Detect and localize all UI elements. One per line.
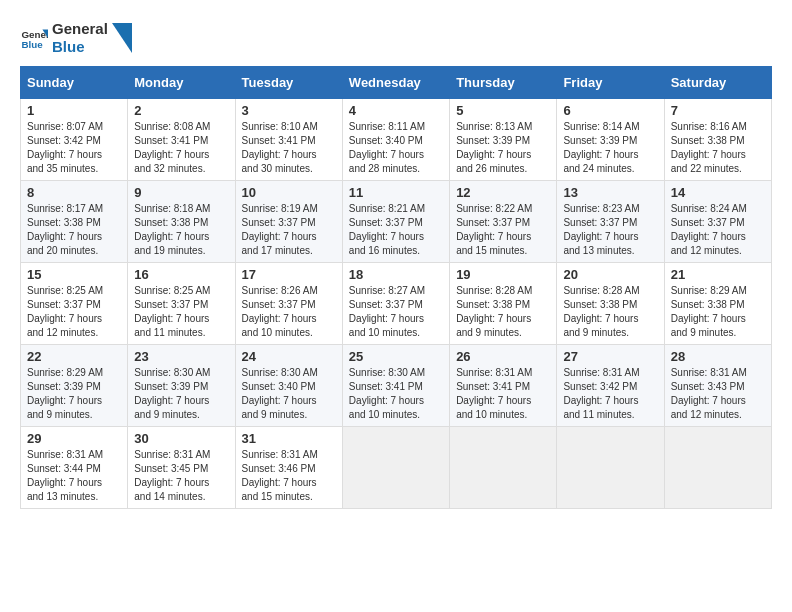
header-day-thursday: Thursday — [450, 67, 557, 99]
day-info: Sunrise: 8:25 AM Sunset: 3:37 PM Dayligh… — [134, 284, 228, 340]
day-number: 27 — [563, 349, 657, 364]
header-day-wednesday: Wednesday — [342, 67, 449, 99]
header-day-sunday: Sunday — [21, 67, 128, 99]
day-number: 26 — [456, 349, 550, 364]
logo-arrow-icon — [112, 23, 132, 53]
day-cell: 7 Sunrise: 8:16 AM Sunset: 3:38 PM Dayli… — [664, 99, 771, 181]
day-info: Sunrise: 8:30 AM Sunset: 3:41 PM Dayligh… — [349, 366, 443, 422]
day-cell: 30 Sunrise: 8:31 AM Sunset: 3:45 PM Dayl… — [128, 427, 235, 509]
day-info: Sunrise: 8:13 AM Sunset: 3:39 PM Dayligh… — [456, 120, 550, 176]
day-number: 21 — [671, 267, 765, 282]
day-info: Sunrise: 8:30 AM Sunset: 3:40 PM Dayligh… — [242, 366, 336, 422]
logo-icon: General Blue — [20, 24, 48, 52]
day-info: Sunrise: 8:31 AM Sunset: 3:41 PM Dayligh… — [456, 366, 550, 422]
day-cell: 11 Sunrise: 8:21 AM Sunset: 3:37 PM Dayl… — [342, 181, 449, 263]
day-cell: 2 Sunrise: 8:08 AM Sunset: 3:41 PM Dayli… — [128, 99, 235, 181]
day-cell — [664, 427, 771, 509]
day-number: 30 — [134, 431, 228, 446]
day-number: 2 — [134, 103, 228, 118]
day-number: 19 — [456, 267, 550, 282]
day-cell: 20 Sunrise: 8:28 AM Sunset: 3:38 PM Dayl… — [557, 263, 664, 345]
day-info: Sunrise: 8:14 AM Sunset: 3:39 PM Dayligh… — [563, 120, 657, 176]
day-info: Sunrise: 8:07 AM Sunset: 3:42 PM Dayligh… — [27, 120, 121, 176]
header-day-tuesday: Tuesday — [235, 67, 342, 99]
day-info: Sunrise: 8:17 AM Sunset: 3:38 PM Dayligh… — [27, 202, 121, 258]
logo-general: General — [52, 20, 108, 38]
day-cell — [557, 427, 664, 509]
day-number: 11 — [349, 185, 443, 200]
day-info: Sunrise: 8:28 AM Sunset: 3:38 PM Dayligh… — [456, 284, 550, 340]
day-info: Sunrise: 8:21 AM Sunset: 3:37 PM Dayligh… — [349, 202, 443, 258]
day-number: 18 — [349, 267, 443, 282]
header-day-saturday: Saturday — [664, 67, 771, 99]
week-row-5: 29 Sunrise: 8:31 AM Sunset: 3:44 PM Dayl… — [21, 427, 772, 509]
day-number: 29 — [27, 431, 121, 446]
header-row: SundayMondayTuesdayWednesdayThursdayFrid… — [21, 67, 772, 99]
day-info: Sunrise: 8:08 AM Sunset: 3:41 PM Dayligh… — [134, 120, 228, 176]
day-cell: 5 Sunrise: 8:13 AM Sunset: 3:39 PM Dayli… — [450, 99, 557, 181]
day-cell: 22 Sunrise: 8:29 AM Sunset: 3:39 PM Dayl… — [21, 345, 128, 427]
day-number: 3 — [242, 103, 336, 118]
day-info: Sunrise: 8:29 AM Sunset: 3:38 PM Dayligh… — [671, 284, 765, 340]
day-info: Sunrise: 8:16 AM Sunset: 3:38 PM Dayligh… — [671, 120, 765, 176]
day-info: Sunrise: 8:19 AM Sunset: 3:37 PM Dayligh… — [242, 202, 336, 258]
day-info: Sunrise: 8:31 AM Sunset: 3:42 PM Dayligh… — [563, 366, 657, 422]
day-number: 31 — [242, 431, 336, 446]
day-info: Sunrise: 8:30 AM Sunset: 3:39 PM Dayligh… — [134, 366, 228, 422]
calendar-table: SundayMondayTuesdayWednesdayThursdayFrid… — [20, 66, 772, 509]
week-row-1: 1 Sunrise: 8:07 AM Sunset: 3:42 PM Dayli… — [21, 99, 772, 181]
day-cell: 18 Sunrise: 8:27 AM Sunset: 3:37 PM Dayl… — [342, 263, 449, 345]
day-info: Sunrise: 8:27 AM Sunset: 3:37 PM Dayligh… — [349, 284, 443, 340]
day-cell: 1 Sunrise: 8:07 AM Sunset: 3:42 PM Dayli… — [21, 99, 128, 181]
day-cell — [450, 427, 557, 509]
day-cell: 14 Sunrise: 8:24 AM Sunset: 3:37 PM Dayl… — [664, 181, 771, 263]
day-number: 24 — [242, 349, 336, 364]
day-number: 5 — [456, 103, 550, 118]
day-cell: 28 Sunrise: 8:31 AM Sunset: 3:43 PM Dayl… — [664, 345, 771, 427]
day-number: 6 — [563, 103, 657, 118]
day-info: Sunrise: 8:10 AM Sunset: 3:41 PM Dayligh… — [242, 120, 336, 176]
day-number: 7 — [671, 103, 765, 118]
day-cell: 23 Sunrise: 8:30 AM Sunset: 3:39 PM Dayl… — [128, 345, 235, 427]
day-info: Sunrise: 8:28 AM Sunset: 3:38 PM Dayligh… — [563, 284, 657, 340]
day-cell: 16 Sunrise: 8:25 AM Sunset: 3:37 PM Dayl… — [128, 263, 235, 345]
day-cell: 26 Sunrise: 8:31 AM Sunset: 3:41 PM Dayl… — [450, 345, 557, 427]
day-info: Sunrise: 8:24 AM Sunset: 3:37 PM Dayligh… — [671, 202, 765, 258]
day-cell: 12 Sunrise: 8:22 AM Sunset: 3:37 PM Dayl… — [450, 181, 557, 263]
svg-text:Blue: Blue — [21, 39, 43, 50]
logo-blue: Blue — [52, 38, 108, 56]
calendar-header: SundayMondayTuesdayWednesdayThursdayFrid… — [21, 67, 772, 99]
day-number: 15 — [27, 267, 121, 282]
day-info: Sunrise: 8:31 AM Sunset: 3:43 PM Dayligh… — [671, 366, 765, 422]
day-cell: 21 Sunrise: 8:29 AM Sunset: 3:38 PM Dayl… — [664, 263, 771, 345]
day-cell: 25 Sunrise: 8:30 AM Sunset: 3:41 PM Dayl… — [342, 345, 449, 427]
day-info: Sunrise: 8:29 AM Sunset: 3:39 PM Dayligh… — [27, 366, 121, 422]
day-number: 13 — [563, 185, 657, 200]
day-info: Sunrise: 8:11 AM Sunset: 3:40 PM Dayligh… — [349, 120, 443, 176]
day-cell: 31 Sunrise: 8:31 AM Sunset: 3:46 PM Dayl… — [235, 427, 342, 509]
day-number: 4 — [349, 103, 443, 118]
day-number: 1 — [27, 103, 121, 118]
day-cell: 27 Sunrise: 8:31 AM Sunset: 3:42 PM Dayl… — [557, 345, 664, 427]
day-cell: 19 Sunrise: 8:28 AM Sunset: 3:38 PM Dayl… — [450, 263, 557, 345]
day-info: Sunrise: 8:26 AM Sunset: 3:37 PM Dayligh… — [242, 284, 336, 340]
day-cell: 29 Sunrise: 8:31 AM Sunset: 3:44 PM Dayl… — [21, 427, 128, 509]
day-number: 12 — [456, 185, 550, 200]
logo: General Blue General Blue — [20, 20, 132, 56]
day-number: 20 — [563, 267, 657, 282]
day-cell: 13 Sunrise: 8:23 AM Sunset: 3:37 PM Dayl… — [557, 181, 664, 263]
day-info: Sunrise: 8:31 AM Sunset: 3:46 PM Dayligh… — [242, 448, 336, 504]
day-cell: 15 Sunrise: 8:25 AM Sunset: 3:37 PM Dayl… — [21, 263, 128, 345]
day-number: 9 — [134, 185, 228, 200]
day-info: Sunrise: 8:31 AM Sunset: 3:44 PM Dayligh… — [27, 448, 121, 504]
day-cell: 6 Sunrise: 8:14 AM Sunset: 3:39 PM Dayli… — [557, 99, 664, 181]
day-number: 10 — [242, 185, 336, 200]
day-number: 17 — [242, 267, 336, 282]
day-cell — [342, 427, 449, 509]
calendar-body: 1 Sunrise: 8:07 AM Sunset: 3:42 PM Dayli… — [21, 99, 772, 509]
week-row-4: 22 Sunrise: 8:29 AM Sunset: 3:39 PM Dayl… — [21, 345, 772, 427]
day-number: 14 — [671, 185, 765, 200]
svg-marker-3 — [112, 23, 132, 53]
day-cell: 4 Sunrise: 8:11 AM Sunset: 3:40 PM Dayli… — [342, 99, 449, 181]
day-number: 16 — [134, 267, 228, 282]
